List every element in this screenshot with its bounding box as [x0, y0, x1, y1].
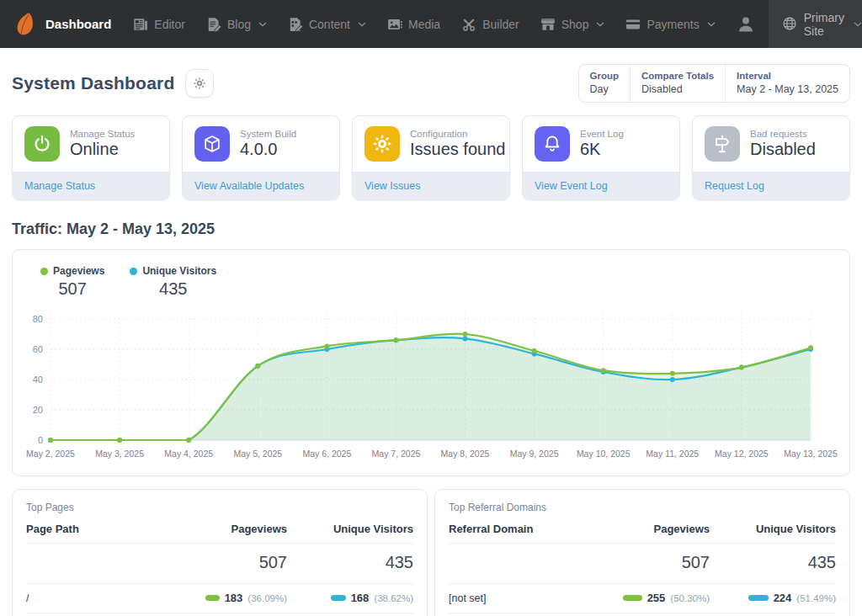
setting-interval[interactable]: IntervalMay 2 - May 13, 2025 [725, 65, 849, 102]
share-pill-icon [205, 595, 220, 601]
signpost-icon [705, 126, 740, 162]
cms-leaf-logo-icon [12, 11, 37, 38]
svg-text:May 6, 2025: May 6, 2025 [303, 449, 352, 459]
legend-unique-visitors[interactable]: Unique Visitors435 [130, 265, 216, 299]
legend-total: 507 [40, 279, 104, 299]
totals-row: 507435 [449, 544, 836, 584]
panel-top-pages: Top PagesPage PathPageviewsUnique Visito… [12, 489, 428, 616]
cube-icon [194, 126, 230, 162]
setting-label: Group [590, 71, 620, 81]
svg-text:May 10, 2025: May 10, 2025 [577, 449, 631, 459]
legend-pageviews[interactable]: Pageviews507 [40, 265, 104, 299]
card-body: System Build4.0.0 [183, 116, 339, 172]
stat-cards: Manage StatusOnlineManage StatusSystem B… [0, 115, 862, 200]
card-link-view-available-updates[interactable]: View Available Updates [194, 180, 304, 192]
svg-text:May 12, 2025: May 12, 2025 [715, 449, 769, 459]
gear-icon [364, 126, 400, 162]
stat-card-configuration: ConfigurationIssues foundView Issues [352, 115, 510, 200]
pageviews-cell: 183(36.09%) [161, 592, 287, 604]
unique-visitors-cell: 168(38.62%) [287, 592, 413, 604]
nav-item-label: Builder [482, 18, 519, 31]
nav-item-label: Editor [154, 18, 185, 31]
globe-icon [782, 16, 797, 32]
card-link-view-issues[interactable]: View Issues [364, 180, 420, 192]
chevron-down-icon [596, 22, 604, 27]
user-icon[interactable] [737, 15, 755, 34]
table-row[interactable]: /183(36.09%)168(38.62%) [26, 584, 413, 613]
card-value: Online [70, 140, 135, 159]
nav-item-blog[interactable]: Blog [206, 17, 267, 32]
svg-text:May 5, 2025: May 5, 2025 [233, 449, 282, 459]
dashboard-settings-button[interactable] [185, 69, 214, 98]
table-row[interactable]: [not set]255(50.30%)224(51.49%) [449, 584, 836, 613]
share-pill-icon [748, 595, 769, 601]
analytics-tables: Top PagesPage PathPageviewsUnique Visito… [0, 476, 862, 616]
brand-label: Dashboard [45, 17, 111, 31]
report-settings-box: GroupDayCompare TotalsDisabledIntervalMa… [578, 64, 850, 103]
card-footer: Manage Status [13, 172, 169, 199]
brand-dashboard[interactable]: Dashboard [12, 11, 111, 38]
chevron-down-icon [258, 22, 267, 27]
svg-text:May 2, 2025: May 2, 2025 [26, 449, 75, 459]
nav-item-label: Media [408, 18, 440, 31]
legend-label: Pageviews [53, 265, 104, 277]
legend-label: Unique Visitors [142, 265, 216, 277]
nav-item-payments[interactable]: Payments [625, 17, 715, 32]
nav-item-editor[interactable]: Editor [133, 17, 185, 32]
stat-card-manage-status: Manage StatusOnlineManage Status [12, 115, 170, 200]
bell-icon [535, 126, 570, 162]
card-footer: View Event Log [523, 172, 679, 199]
card-link-view-event-log[interactable]: View Event Log [535, 180, 608, 192]
svg-text:60: 60 [33, 344, 43, 354]
traffic-chart-panel: Pageviews507Unique Visitors435 020406080… [12, 249, 850, 476]
setting-compare-totals[interactable]: Compare TotalsDisabled [630, 65, 725, 102]
stat-card-bad-requests: Bad requestsDisabledRequest Log [692, 115, 850, 200]
nav-item-label: Shop [561, 18, 589, 31]
svg-text:May 4, 2025: May 4, 2025 [164, 449, 213, 459]
share-pill-icon [623, 595, 642, 601]
nav-item-media[interactable]: Media [387, 17, 440, 32]
nav-item-label: Payments [646, 18, 699, 31]
table-header: Referral DomainPageviewsUnique Visitors [449, 523, 836, 544]
setting-value: Day [590, 83, 620, 95]
svg-text:May 3, 2025: May 3, 2025 [95, 449, 144, 459]
total-pageviews: 507 [161, 553, 287, 572]
card-body: Manage StatusOnline [13, 116, 169, 172]
nav-item-label: Blog [227, 18, 251, 31]
page-header: System Dashboard GroupDayCompare TotalsD… [0, 48, 862, 115]
chevron-down-icon [358, 22, 366, 27]
svg-text:May 9, 2025: May 9, 2025 [510, 449, 559, 459]
traffic-chart: 020406080May 2, 2025May 3, 2025May 4, 20… [13, 305, 849, 470]
traffic-area-chart: 020406080May 2, 2025May 3, 2025May 4, 20… [13, 305, 849, 470]
payments-icon [625, 17, 641, 32]
setting-group[interactable]: GroupDay [579, 65, 631, 102]
row-name: [not set] [449, 592, 583, 604]
chevron-down-icon [854, 22, 862, 27]
svg-text:May 11, 2025: May 11, 2025 [646, 449, 699, 459]
card-link-request-log[interactable]: Request Log [705, 180, 764, 192]
row-name: / [26, 592, 161, 604]
site-switcher[interactable]: Primary Site [769, 0, 862, 48]
total-pageviews: 507 [583, 553, 710, 572]
card-link-manage-status[interactable]: Manage Status [24, 180, 95, 192]
chevron-down-icon [707, 22, 716, 27]
nav-item-builder[interactable]: Builder [461, 17, 519, 32]
unique-visitors-cell: 224(51.49%) [710, 592, 836, 604]
nav-item-label: Content [309, 18, 350, 31]
card-value: 4.0.0 [240, 140, 296, 159]
totals-row: 507435 [26, 544, 413, 584]
traffic-section-title: Traffic: May 2 - May 13, 2025 [0, 200, 862, 249]
table-header: Page PathPageviewsUnique Visitors [26, 523, 413, 544]
nav-item-shop[interactable]: Shop [540, 17, 605, 32]
card-footer: View Issues [353, 172, 509, 199]
stat-card-event-log: Event Log6KView Event Log [522, 115, 680, 200]
svg-text:80: 80 [33, 314, 43, 324]
nav-item-content[interactable]: Content [288, 17, 366, 32]
editor-icon [133, 17, 148, 32]
chart-legend: Pageviews507Unique Visitors435 [13, 265, 849, 299]
legend-dot-icon [130, 268, 137, 275]
card-value: Issues found [410, 140, 505, 159]
setting-label: Compare Totals [641, 71, 714, 81]
site-label: Primary Site [804, 11, 845, 38]
power-icon [24, 126, 60, 162]
